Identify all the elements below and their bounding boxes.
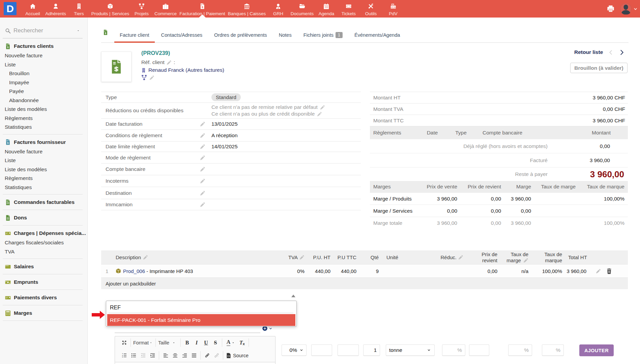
sidebar-entry[interactable] [3,210,83,210]
next-record-icon[interactable] [620,50,624,55]
nav-item[interactable]: Outils [365,0,377,18]
sidebar-entry[interactable] [3,305,83,305]
editor-size-select[interactable]: Taille [157,340,175,345]
edit-field-icon[interactable] [200,133,205,138]
product-link[interactable]: Prod_006 [123,268,145,274]
editor-align-right-icon[interactable] [180,351,189,360]
nav-item[interactable]: Commerce [154,0,177,18]
sidebar-entry[interactable]: Marges [0,308,87,318]
tab[interactable]: Événements/Agenda [349,27,406,43]
nav-item[interactable]: Adhérents [45,0,66,18]
sidebar-entry[interactable]: Statistiques [0,123,87,132]
reduc-percent-input[interactable]: % [442,344,465,356]
quick-add-product-icon[interactable] [262,326,267,331]
editor-maximize-icon[interactable] [119,338,129,347]
edit-field-icon[interactable] [200,121,205,127]
add-packbuilder-row[interactable]: Ajouter un packbuilder [101,278,628,289]
markup-rate-input[interactable]: % [542,344,564,356]
nav-item[interactable]: Tickets [342,0,356,18]
edit-ref-client-icon[interactable] [167,60,172,65]
editor-underline-button[interactable]: U [201,338,211,347]
edit-description-icon[interactable] [143,255,148,260]
sidebar-entry[interactable]: Payée [0,87,87,96]
sidebar-entry[interactable]: Règlements [0,114,87,123]
nav-item[interactable]: Agenda [319,0,334,18]
edit-field-icon[interactable] [200,190,205,196]
sidebar-entry[interactable]: Charges fiscales/sociales [0,238,87,247]
unit-select[interactable]: tonne [386,344,435,356]
vat-select[interactable]: 0% [282,344,307,356]
edit-field-icon[interactable] [200,166,205,172]
back-to-list-link[interactable]: Retour liste [574,49,603,55]
editor-align-center-icon[interactable] [170,351,180,360]
edit-field-icon[interactable] [200,155,205,160]
edit-margin-icon[interactable] [523,258,528,263]
sidebar-entry[interactable] [3,134,83,134]
sidebar-entry[interactable] [3,321,83,321]
quick-add-caret-icon[interactable] [269,327,272,330]
price-ttc-input[interactable] [338,344,359,356]
sidebar-entry[interactable]: Paiements divers [0,293,87,303]
editor-source-button[interactable]: Source [225,353,250,358]
edit-project-icon[interactable] [149,75,154,80]
editor-align-justify-icon[interactable] [189,351,199,360]
tab[interactable]: Facture client [114,27,155,43]
cost-price-input[interactable] [469,344,489,356]
nav-item[interactable]: Banques | Caisses [228,0,266,18]
edit-tva-icon[interactable] [299,255,304,260]
delete-line-icon[interactable] [607,268,612,274]
avatar[interactable] [620,3,632,15]
add-line-button[interactable]: AJOUTER [579,344,614,356]
sidebar-entry[interactable]: Règlements [0,174,87,183]
sidebar-entry[interactable]: Commandes facturables [0,197,87,207]
editor-bold-button[interactable]: B [182,338,192,347]
product-search-input[interactable]: REF [110,305,121,311]
sidebar-entry[interactable] [3,225,83,225]
sidebar-entry[interactable]: Nouvelle facture [0,147,87,156]
nav-item[interactable]: Produits | Services [91,0,129,18]
sidebar-entry[interactable]: Impayée [0,78,87,87]
sidebar-search[interactable]: Rechercher [3,24,83,38]
editor-strike-button[interactable]: S [211,338,220,347]
sidebar-entry[interactable]: Liste des modèles [0,165,87,174]
edit-line-icon[interactable] [596,269,601,274]
nav-item[interactable]: Tiers [74,0,84,18]
sidebar-entry[interactable]: Factures fournisseur [0,137,87,147]
sidebar-entry[interactable]: Emprunts [0,277,87,287]
edit-reduc-icon[interactable] [458,255,463,260]
tab[interactable]: Fichiers joints 1 [298,27,348,43]
tab[interactable]: Contacts/Adresses [156,27,208,43]
tab[interactable]: Ordres de prélèvements [209,27,272,43]
app-logo[interactable]: D [4,2,17,15]
editor-content-area[interactable] [115,362,275,364]
sidebar-entry[interactable]: Liste des modèles [0,105,87,114]
sidebar-entry[interactable]: Nouvelle facture [0,51,87,60]
editor-ordered-list-icon[interactable] [119,351,129,360]
sidebar-entry[interactable]: Liste [0,156,87,165]
price-ht-input[interactable] [311,344,332,356]
nav-item[interactable]: PdV [389,0,398,18]
editor-link-icon[interactable] [202,351,212,360]
sidebar-entry[interactable]: Factures clients [0,41,87,51]
margin-rate-input[interactable]: % [508,344,532,356]
sidebar-entry[interactable]: Liste [0,60,87,69]
editor-indent-icon[interactable] [148,351,157,360]
nav-item[interactable]: Accueil [25,0,40,18]
sidebar-entry[interactable] [3,259,83,259]
editor-bullet-list-icon[interactable] [129,351,138,360]
edit-field-icon[interactable] [200,144,205,149]
search-caret-icon[interactable] [77,30,80,32]
nav-item[interactable]: Projets [135,0,149,18]
sidebar-entry[interactable] [3,274,83,274]
sidebar-entry[interactable]: Salaires [0,262,87,272]
sidebar-entry[interactable] [3,290,83,290]
nav-item[interactable]: Documents [291,0,314,18]
edit-field-icon[interactable] [200,202,205,207]
qty-input[interactable]: 1 [363,344,380,356]
editor-removeformat-button[interactable]: Tx [237,338,247,347]
print-icon[interactable] [607,5,614,12]
sidebar-entry[interactable]: TVA [0,247,87,256]
editor-align-left-icon[interactable] [161,351,170,360]
editor-format-select[interactable]: Format [133,340,152,345]
nav-item[interactable]: GRH [273,0,283,18]
